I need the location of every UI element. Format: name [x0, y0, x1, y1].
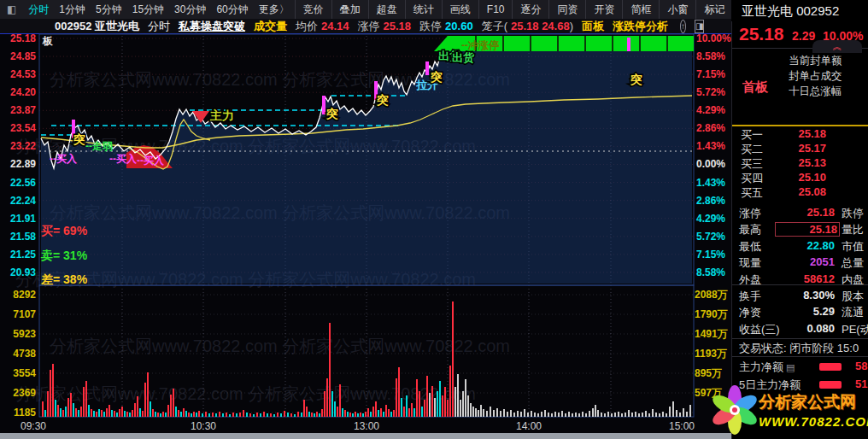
collapse-tab[interactable]: ︽: [812, 40, 862, 53]
axis-label: 5.72%: [696, 86, 732, 98]
money-flow-row: 主力净额▤58: [739, 360, 868, 373]
flow-value: 58: [855, 360, 868, 372]
axis-label: 2088万: [695, 289, 730, 301]
axis-label: 4738: [0, 348, 36, 360]
axis-label: 10.00%: [696, 32, 732, 44]
axis-label: 2369: [0, 387, 36, 399]
stat-row: 涨停25.18跌停: [739, 206, 868, 221]
intraday-chart[interactable]: 分析家公式网www.70822.com 分析家公式网www.70822.com分…: [0, 0, 731, 439]
axis-label: 1790万: [695, 308, 730, 320]
axis-label: 8292: [0, 289, 36, 301]
svg-text:--买入: --买入: [50, 153, 78, 165]
axis-label: 2.86%: [696, 195, 732, 207]
window-edge: [0, 433, 731, 439]
stat-row: 现量2051总量: [739, 255, 868, 271]
site-name: 分析家公式网: [759, 391, 856, 413]
diff-percent: 差= 38%: [41, 272, 87, 288]
stat-row: 收益(三)0.080PE(动: [739, 322, 868, 337]
first-board-badge: 首板: [742, 79, 768, 96]
stat-row: 最高25.18量比: [739, 222, 868, 237]
time-label: 15:00: [669, 420, 695, 432]
axis-label: 7.15%: [696, 68, 732, 80]
time-label: 09:30: [21, 420, 46, 432]
stat-label-2: 股本: [842, 289, 864, 304]
axis-label: 1185: [0, 407, 36, 419]
axis-label: 24.53: [0, 68, 36, 80]
time-label: 10:30: [191, 420, 216, 432]
stat-row: 净资5.29流通: [739, 305, 868, 320]
axis-label: 2.86%: [696, 122, 732, 134]
stat-value: 25.18: [775, 222, 840, 237]
svg-text:突: 突: [430, 70, 443, 84]
axis-label: 21.25: [0, 249, 36, 260]
svg-text:板: 板: [42, 35, 53, 47]
stat-value: 0.080: [775, 322, 835, 335]
svg-text:出货: 出货: [452, 51, 475, 64]
bid-price: 25.17: [782, 142, 826, 155]
stat-label-2: 跌停: [842, 206, 864, 221]
svg-text:--冲涨停: --冲涨停: [461, 39, 500, 51]
axis-label: 23.87: [0, 104, 36, 116]
axis-label: 1491万: [695, 328, 730, 340]
axis-label: 4.29%: [696, 213, 732, 225]
bid-separator: [732, 125, 868, 126]
svg-text:突: 突: [376, 93, 389, 107]
bid-row[interactable]: 买三25.13: [741, 156, 862, 171]
time-label: 13:00: [354, 420, 379, 432]
axis-label: 20.93: [0, 266, 36, 278]
site-logo: 分析家公式网 WWW.70822.COM: [711, 383, 868, 439]
axis-label: 0.00%: [696, 158, 732, 170]
bid-row[interactable]: 买二25.17: [741, 142, 862, 156]
svg-text:突: 突: [73, 132, 85, 146]
axis-label: 25.18: [0, 32, 36, 44]
axis-label: 21.58: [0, 231, 36, 243]
axis-label: 5923: [0, 328, 36, 340]
stat-value: 5.29: [775, 305, 835, 318]
stat-row: 换手8.30%股本: [739, 289, 868, 304]
stat-label-2: 量比: [842, 222, 864, 237]
axis-label: 3554: [0, 367, 36, 379]
axis-label: 21.91: [0, 213, 36, 225]
price-change: 2.29: [792, 29, 815, 43]
axis-label: 22.24: [0, 195, 36, 207]
bid-price: 25.10: [782, 171, 826, 184]
bid-row[interactable]: 买一25.18: [741, 127, 862, 142]
detail-list-icon[interactable]: ▤: [786, 362, 795, 372]
stat-value: 25.18: [775, 206, 835, 219]
buy-percent: 买= 69%: [41, 224, 87, 239]
axis-label: 23.22: [0, 140, 36, 152]
svg-text:--买入: --买入: [137, 155, 165, 167]
seal-info-label: 封单占成交: [789, 69, 842, 84]
stock-title: 亚世光电 002952: [731, 0, 868, 21]
stat-row: 最低22.80市值: [739, 239, 868, 255]
stat-value: 22.80: [775, 239, 835, 252]
stat-label-2: PE(动: [842, 322, 868, 337]
last-price: 25.18: [739, 24, 784, 44]
site-url: WWW.70822.COM: [759, 414, 868, 429]
axis-label: 24.85: [0, 50, 36, 62]
svg-text:主力: 主力: [209, 108, 234, 122]
axis-label: 24.20: [0, 86, 36, 98]
bid-price: 25.13: [782, 156, 826, 169]
axis-label: 4.29%: [696, 104, 732, 116]
stat-value: 8.30%: [775, 289, 835, 301]
bid-row[interactable]: 买四25.10: [741, 171, 862, 185]
trading-status: 交易状态: 闭市阶段 15:0: [739, 341, 868, 356]
app-window: ◧ 分时1分钟5分钟15分钟30分钟60分钟更多〉竞价叠加超盘统计画线F10逐分…: [0, 0, 868, 439]
axis-label: 7107: [0, 308, 36, 320]
axis-label: 1.43%: [696, 177, 732, 189]
bid-row[interactable]: 买五25.08: [741, 185, 862, 200]
svg-text:--走弱: --走弱: [85, 140, 113, 152]
svg-text:突: 突: [326, 107, 338, 120]
sell-percent: 卖= 31%: [41, 249, 87, 264]
bid-price: 25.18: [782, 127, 826, 140]
svg-text:--买入: --买入: [109, 153, 138, 165]
axis-label: 8.58%: [696, 50, 732, 62]
svg-text:分析家公式网www.70822.com 分析家公式网www: 分析家公式网www.70822.com 分析家公式网www.70822.com: [50, 337, 510, 355]
stat-label-2: 市值: [842, 239, 864, 255]
stat-label-2: 总量: [842, 255, 864, 271]
axis-label: 7.15%: [696, 249, 732, 260]
bid-price: 25.08: [782, 185, 826, 198]
axis-label: 1.43%: [696, 140, 732, 152]
axis-label: 8.58%: [696, 266, 732, 278]
